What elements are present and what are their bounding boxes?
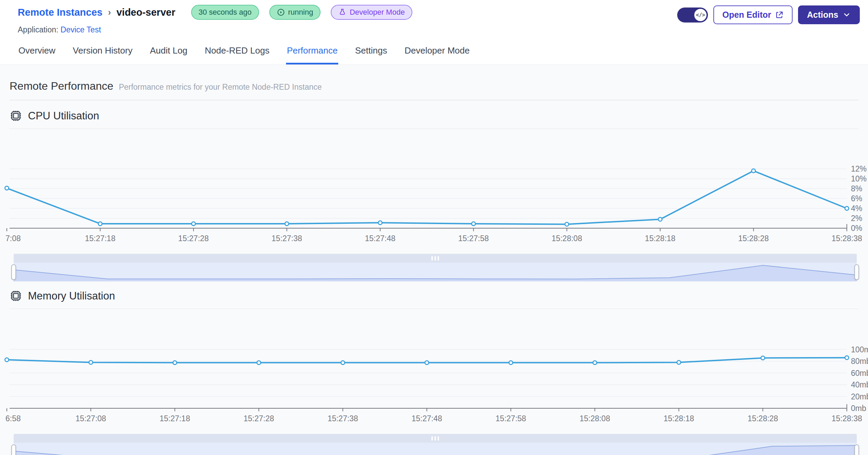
svg-text:15:28:18: 15:28:18 <box>645 234 675 243</box>
header-actions: </> Open Editor Actions <box>677 5 860 24</box>
actions-label: Actions <box>807 10 838 20</box>
memory-section-heading: Memory Utilisation <box>10 290 858 302</box>
chevron-down-icon <box>842 11 851 19</box>
open-editor-label: Open Editor <box>722 10 771 20</box>
drag-dots-icon <box>431 436 439 441</box>
svg-text:15:27:58: 15:27:58 <box>496 414 526 423</box>
svg-text:100mb: 100mb <box>851 345 868 354</box>
play-circle-icon <box>277 8 285 16</box>
page-title-row: Remote Performance Performance metrics f… <box>10 65 858 92</box>
status-badge: running <box>269 5 321 20</box>
memory-datazoom-slider <box>14 434 857 455</box>
memory-datazoom-left-handle[interactable] <box>11 444 16 455</box>
cpu-datazoom-move-handle[interactable] <box>14 254 857 263</box>
svg-text:15:28:38: 15:28:38 <box>831 414 862 423</box>
application-row: Application: Device Test <box>18 25 412 34</box>
svg-text:8%: 8% <box>851 184 862 193</box>
tab-audit-log[interactable]: Audit Log <box>149 43 188 64</box>
tab-node-red-logs[interactable]: Node-RED Logs <box>204 43 270 64</box>
svg-text:10%: 10% <box>851 174 867 183</box>
status-label: running <box>288 8 313 17</box>
svg-text:15:27:08: 15:27:08 <box>75 414 106 423</box>
tab-developer-mode[interactable]: Developer Mode <box>404 43 470 64</box>
svg-text:4%: 4% <box>851 204 862 213</box>
svg-text:6:58: 6:58 <box>5 414 21 423</box>
svg-text:15:27:48: 15:27:48 <box>365 234 396 243</box>
memory-utilisation-chart: 0mb20mb40mb60mb80mb100mb6:5815:27:0815:2… <box>0 311 868 424</box>
cpu-datazoom-track[interactable] <box>14 263 857 281</box>
svg-text:40mb: 40mb <box>851 380 868 389</box>
memory-datazoom-track[interactable] <box>14 443 857 455</box>
svg-text:15:27:38: 15:27:38 <box>328 414 358 423</box>
svg-text:15:28:18: 15:28:18 <box>664 414 694 423</box>
svg-text:0mb: 0mb <box>851 404 866 413</box>
open-editor-button[interactable]: Open Editor <box>713 5 793 24</box>
title-divider <box>10 100 858 100</box>
instance-tabs: Overview Version History Audit Log Node-… <box>0 34 868 65</box>
cpu-datazoom-minichart <box>14 263 857 281</box>
svg-text:15:27:48: 15:27:48 <box>412 414 442 423</box>
breadcrumb: Remote Instances › video-server 30 secon… <box>18 5 412 20</box>
cpu-section-heading: CPU Utilisation <box>10 109 858 122</box>
svg-text:12%: 12% <box>851 164 867 173</box>
svg-text:15:27:18: 15:27:18 <box>85 234 116 243</box>
svg-text:15:27:38: 15:27:38 <box>272 234 302 243</box>
tab-performance[interactable]: Performance <box>286 43 338 64</box>
cpu-utilisation-chart: 0%2%4%6%8%10%12%7:0815:27:1815:27:2815:2… <box>0 131 868 244</box>
tab-version-history[interactable]: Version History <box>72 43 133 64</box>
drag-dots-icon <box>431 256 439 261</box>
cpu-chip-icon <box>10 290 22 302</box>
svg-text:15:28:28: 15:28:28 <box>738 234 769 243</box>
performance-panel: Remote Performance Performance metrics f… <box>0 65 868 455</box>
memory-datazoom-minichart <box>14 443 857 455</box>
developer-mode-toggle[interactable]: </> <box>677 8 708 23</box>
page-header: Remote Instances › video-server 30 secon… <box>0 0 868 34</box>
svg-text:15:28:08: 15:28:08 <box>580 414 610 423</box>
tab-overview[interactable]: Overview <box>18 43 56 64</box>
svg-text:15:28:38: 15:28:38 <box>831 234 862 243</box>
svg-text:15:27:28: 15:27:28 <box>178 234 209 243</box>
header-left: Remote Instances › video-server 30 secon… <box>18 5 412 34</box>
svg-text:15:27:18: 15:27:18 <box>159 414 190 423</box>
actions-button[interactable]: Actions <box>798 5 860 24</box>
breadcrumb-remote-instances-link[interactable]: Remote Instances <box>18 7 102 18</box>
svg-text:6%: 6% <box>851 194 862 203</box>
flask-icon <box>338 8 346 16</box>
cpu-datazoom-slider <box>14 254 857 281</box>
memory-section-divider <box>10 309 858 309</box>
svg-text:2%: 2% <box>851 214 862 223</box>
svg-text:7:08: 7:08 <box>5 234 21 243</box>
cpu-datazoom-left-handle[interactable] <box>11 264 16 280</box>
page-title: Remote Performance <box>10 80 113 92</box>
cpu-datazoom-right-handle[interactable] <box>854 264 859 280</box>
svg-text:15:27:28: 15:27:28 <box>244 414 274 423</box>
svg-text:60mb: 60mb <box>851 369 868 378</box>
application-link[interactable]: Device Test <box>60 25 101 34</box>
last-seen-badge: 30 seconds ago <box>191 5 259 20</box>
svg-text:15:28:28: 15:28:28 <box>748 414 778 423</box>
svg-text:15:27:58: 15:27:58 <box>458 234 489 243</box>
tab-settings[interactable]: Settings <box>354 43 388 64</box>
cpu-section-title: CPU Utilisation <box>28 110 99 122</box>
svg-text:0%: 0% <box>851 224 862 233</box>
cpu-chip-icon <box>10 109 22 122</box>
code-icon: </> <box>694 9 707 21</box>
svg-text:15:28:08: 15:28:08 <box>552 234 582 243</box>
svg-text:80mb: 80mb <box>851 357 868 366</box>
developer-mode-label: Developer Mode <box>350 8 404 17</box>
memory-datazoom-move-handle[interactable] <box>14 434 857 443</box>
breadcrumb-separator: › <box>108 7 111 18</box>
external-link-icon <box>775 11 784 19</box>
instance-name: video-server <box>116 7 175 18</box>
cpu-section-divider <box>10 129 858 129</box>
svg-text:20mb: 20mb <box>851 392 868 401</box>
developer-mode-badge: Developer Mode <box>331 5 412 20</box>
memory-datazoom-right-handle[interactable] <box>854 444 859 455</box>
last-seen-label: 30 seconds ago <box>199 8 252 17</box>
page-subtitle: Performance metrics for your Remote Node… <box>119 83 322 92</box>
application-label: Application: <box>18 25 58 34</box>
memory-section-title: Memory Utilisation <box>28 290 115 302</box>
